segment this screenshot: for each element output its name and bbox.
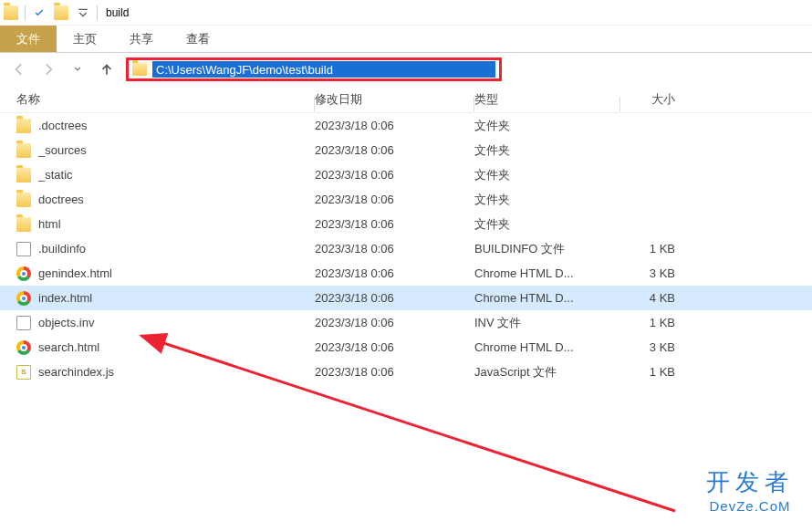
file-date: 2023/3/18 0:06 bbox=[315, 242, 474, 256]
file-size: 3 KB bbox=[620, 340, 712, 354]
nav-recent-dropdown-icon[interactable] bbox=[68, 59, 88, 79]
header-size[interactable]: 大小 bbox=[620, 91, 712, 108]
file-name: search.html bbox=[38, 340, 99, 354]
titlebar: build bbox=[0, 0, 812, 26]
header-type[interactable]: 类型 bbox=[474, 91, 620, 108]
nav-up-button[interactable] bbox=[97, 59, 117, 79]
file-name: doctrees bbox=[38, 193, 84, 206]
file-name: .doctrees bbox=[38, 119, 87, 132]
file-icon bbox=[16, 316, 31, 330]
file-name: index.html bbox=[38, 291, 92, 305]
address-bar-wrap bbox=[126, 57, 502, 81]
tab-home[interactable]: 主页 bbox=[57, 26, 113, 52]
file-size: 3 KB bbox=[620, 266, 712, 280]
file-date: 2023/3/18 0:06 bbox=[315, 266, 474, 280]
file-icon bbox=[16, 242, 31, 256]
address-bar[interactable] bbox=[126, 57, 502, 81]
file-date: 2023/3/18 0:06 bbox=[315, 365, 474, 379]
file-date: 2023/3/18 0:06 bbox=[315, 340, 474, 354]
file-row[interactable]: index.html2023/3/18 0:06Chrome HTML D...… bbox=[0, 286, 812, 310]
file-row[interactable]: Ssearchindex.js2023/3/18 0:06JavaScript … bbox=[0, 360, 812, 384]
app-folder-icon bbox=[0, 2, 22, 24]
ribbon: 文件 主页 共享 查看 bbox=[0, 26, 812, 53]
file-date: 2023/3/18 0:06 bbox=[315, 193, 474, 206]
file-type: 文件夹 bbox=[474, 118, 620, 134]
qat-separator-2 bbox=[97, 5, 98, 20]
file-name: objects.inv bbox=[38, 316, 94, 329]
watermark-line2: DevZe.CoM bbox=[706, 498, 794, 514]
tab-view[interactable]: 查看 bbox=[170, 26, 226, 52]
folder-icon bbox=[16, 168, 31, 183]
address-input[interactable] bbox=[152, 61, 495, 78]
folder-icon bbox=[16, 143, 31, 158]
file-type: INV 文件 bbox=[474, 315, 620, 331]
file-row[interactable]: _static2023/3/18 0:06文件夹 bbox=[0, 162, 812, 187]
file-type: 文件夹 bbox=[474, 192, 620, 208]
file-size: 4 KB bbox=[620, 291, 712, 305]
file-date: 2023/3/18 0:06 bbox=[315, 168, 474, 182]
file-name: genindex.html bbox=[38, 266, 112, 280]
chrome-icon bbox=[16, 291, 31, 306]
header-date[interactable]: 修改日期 bbox=[315, 91, 474, 108]
file-name: _sources bbox=[38, 143, 87, 157]
file-name: .buildinfo bbox=[38, 242, 86, 256]
chrome-icon bbox=[16, 266, 31, 281]
column-headers: 名称 修改日期 类型 大小 bbox=[0, 86, 812, 113]
file-date: 2023/3/18 0:06 bbox=[315, 143, 474, 157]
file-type: Chrome HTML D... bbox=[474, 266, 620, 280]
file-name: searchindex.js bbox=[38, 365, 114, 379]
folder-icon bbox=[16, 217, 31, 232]
nav-forward-button[interactable] bbox=[38, 59, 58, 79]
file-type: Chrome HTML D... bbox=[474, 340, 620, 354]
address-folder-icon bbox=[132, 63, 147, 76]
file-row[interactable]: .buildinfo2023/3/18 0:06BUILDINFO 文件1 KB bbox=[0, 236, 812, 261]
file-row[interactable]: objects.inv2023/3/18 0:06INV 文件1 KB bbox=[0, 310, 812, 335]
folder-icon bbox=[16, 119, 31, 133]
file-type: 文件夹 bbox=[474, 216, 620, 233]
watermark-line1: 开发者 bbox=[706, 466, 794, 498]
file-row[interactable]: doctrees2023/3/18 0:06文件夹 bbox=[0, 187, 812, 212]
file-size: 1 KB bbox=[620, 365, 712, 379]
file-size: 1 KB bbox=[620, 316, 712, 329]
header-name[interactable]: 名称 bbox=[0, 91, 315, 108]
file-name: html bbox=[38, 217, 61, 231]
file-date: 2023/3/18 0:06 bbox=[315, 119, 474, 132]
file-type: JavaScript 文件 bbox=[474, 364, 620, 381]
file-row[interactable]: genindex.html2023/3/18 0:06Chrome HTML D… bbox=[0, 261, 812, 286]
qat-separator bbox=[25, 5, 26, 20]
file-size: 1 KB bbox=[620, 242, 712, 256]
file-type: 文件夹 bbox=[474, 142, 620, 159]
file-name: _static bbox=[38, 168, 73, 182]
file-date: 2023/3/18 0:06 bbox=[315, 217, 474, 231]
js-icon: S bbox=[16, 365, 31, 380]
chrome-icon bbox=[16, 340, 31, 355]
file-list: .doctrees2023/3/18 0:06文件夹_sources2023/3… bbox=[0, 113, 812, 384]
tab-file[interactable]: 文件 bbox=[0, 26, 57, 52]
nav-row bbox=[0, 53, 812, 86]
file-type: Chrome HTML D... bbox=[474, 291, 620, 305]
file-date: 2023/3/18 0:06 bbox=[315, 291, 474, 305]
file-row[interactable]: .doctrees2023/3/18 0:06文件夹 bbox=[0, 113, 812, 138]
file-row[interactable]: html2023/3/18 0:06文件夹 bbox=[0, 212, 812, 236]
watermark: 开发者 DevZe.CoM bbox=[706, 466, 794, 514]
qat-folder-icon[interactable] bbox=[50, 2, 72, 24]
file-type: BUILDINFO 文件 bbox=[474, 241, 620, 257]
file-date: 2023/3/18 0:06 bbox=[315, 316, 474, 329]
tab-share[interactable]: 共享 bbox=[113, 26, 170, 52]
file-type: 文件夹 bbox=[474, 167, 620, 183]
window-title: build bbox=[106, 6, 129, 19]
nav-back-button[interactable] bbox=[9, 59, 29, 79]
file-row[interactable]: _sources2023/3/18 0:06文件夹 bbox=[0, 138, 812, 162]
qat-dropdown-icon[interactable] bbox=[72, 2, 94, 24]
qat-properties-icon[interactable] bbox=[28, 2, 50, 24]
file-row[interactable]: search.html2023/3/18 0:06Chrome HTML D..… bbox=[0, 335, 812, 360]
folder-icon bbox=[16, 193, 31, 207]
